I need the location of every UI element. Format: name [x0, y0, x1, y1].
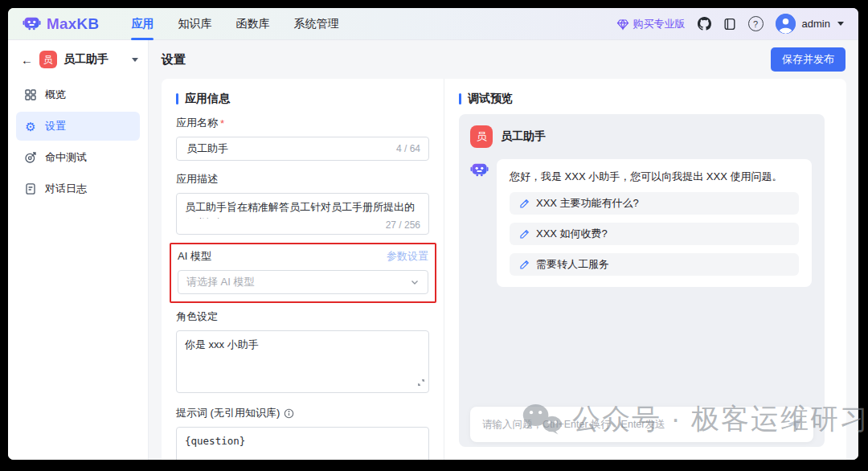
- chat-input-bar: [470, 407, 813, 442]
- sidebar-item-label: 设置: [45, 119, 66, 133]
- required-mark: *: [220, 117, 224, 129]
- tab-knowledge-base[interactable]: 知识库: [178, 8, 211, 40]
- bot-avatar-icon: [470, 161, 489, 179]
- suggested-question-1[interactable]: XXX 主要功能有什么?: [510, 192, 799, 215]
- page-title: 设置: [162, 52, 186, 68]
- app-info-panel: 应用信息 应用名称 * 4 / 64 应用描述 员工助手旨在精准解答员工针对员工…: [162, 79, 444, 460]
- username[interactable]: admin: [802, 18, 830, 30]
- section-title: 应用信息: [185, 92, 230, 106]
- tab-system-management[interactable]: 系统管理: [293, 8, 338, 40]
- suggested-question-3[interactable]: 需要转人工服务: [510, 253, 799, 276]
- app-desc-wrap: 员工助手旨在精准解答员工针对员工手册所提出的各类疑问。 27 / 256: [176, 193, 429, 235]
- back-arrow-icon[interactable]: ←: [21, 53, 33, 67]
- main-header: 设置 保存并发布: [149, 40, 858, 79]
- sidebar-item-hit-test[interactable]: 命中测试: [16, 143, 140, 172]
- app-selector[interactable]: ← 员 员工助手: [8, 40, 148, 77]
- suggested-question-2[interactable]: XXX 如何收费?: [510, 223, 799, 245]
- chat-header: 员 员工助手: [470, 125, 813, 148]
- ai-model-row: AI 模型 参数设置: [178, 249, 428, 264]
- maxkb-robot-icon: [23, 14, 41, 33]
- role-wrap: 你是 xxx 小助手: [176, 330, 429, 393]
- gear-icon: ⚙: [24, 120, 37, 133]
- section-header-debug: 调试预览: [459, 92, 832, 106]
- pencil-icon: [519, 229, 530, 240]
- chevron-down-icon: [410, 277, 420, 287]
- navbar-right: 购买专业版 ?: [616, 14, 844, 34]
- target-icon: [24, 151, 37, 164]
- section-bar: [459, 93, 461, 104]
- app-badge: 员: [39, 51, 57, 68]
- main-tabs: 应用 知识库 函数库 系统管理: [131, 8, 338, 40]
- sidebar-item-label: 命中测试: [45, 150, 87, 165]
- sidebar-item-chat-logs[interactable]: 对话日志: [16, 174, 140, 203]
- app-desc-textarea[interactable]: 员工助手旨在精准解答员工针对员工手册所提出的各类疑问。: [185, 199, 420, 219]
- ai-model-label: AI 模型: [178, 249, 211, 264]
- sidebar-item-overview[interactable]: 概览: [16, 80, 140, 109]
- chevron-down-icon: [132, 58, 138, 62]
- role-textarea[interactable]: 你是 xxx 小助手: [185, 337, 420, 382]
- prompt-label: 提示词 (无引用知识库): [176, 406, 429, 420]
- app-desc-label: 应用描述: [176, 172, 429, 186]
- content-card: 应用信息 应用名称 * 4 / 64 应用描述 员工助手旨在精准解答员工针对员工…: [162, 79, 846, 460]
- sidebar-item-settings[interactable]: ⚙ 设置: [16, 112, 140, 141]
- chat-input[interactable]: [481, 418, 787, 431]
- brand-name: MaxKB: [47, 15, 99, 33]
- chevron-down-icon: [837, 22, 844, 26]
- github-icon[interactable]: [698, 17, 711, 31]
- sidebar: ← 员 员工助手 概览 ⚙ 设置: [8, 40, 149, 460]
- pencil-icon: [519, 199, 530, 209]
- user-avatar[interactable]: [776, 14, 796, 34]
- ai-model-select[interactable]: 请选择 AI 模型: [178, 270, 428, 294]
- save-publish-button[interactable]: 保存并发布: [771, 47, 845, 72]
- section-bar: [176, 93, 178, 104]
- app-badge: 员: [470, 125, 493, 148]
- char-counter: 4 / 64: [396, 143, 420, 154]
- screenshot-frame: MaxKB 应用 知识库 函数库 系统管理 购买专业版: [0, 0, 868, 471]
- info-icon[interactable]: [284, 408, 294, 419]
- role-label: 角色设定: [176, 309, 429, 324]
- question-text: 需要转人工服务: [536, 257, 609, 272]
- app-name-label: 应用名称 *: [176, 116, 429, 130]
- grid-icon: [24, 88, 37, 101]
- help-icon[interactable]: ?: [748, 16, 764, 31]
- pencil-icon: [519, 260, 530, 270]
- welcome-message: 您好，我是 XXX 小助手，您可以向我提出 XXX 使用问题。: [510, 170, 799, 184]
- sidebar-menu: 概览 ⚙ 设置 命中测试: [8, 77, 148, 209]
- app-name-input[interactable]: [185, 142, 396, 156]
- log-icon: [24, 182, 37, 195]
- docs-icon[interactable]: [723, 18, 736, 31]
- main-area: 设置 保存并发布 应用信息 应用名称 * 4 / 64: [149, 40, 858, 460]
- send-icon[interactable]: [787, 416, 803, 432]
- maxkb-logo[interactable]: MaxKB: [23, 14, 99, 33]
- sidebar-item-label: 概览: [45, 88, 66, 102]
- select-placeholder: 请选择 AI 模型: [186, 275, 410, 289]
- chat-app-name: 员工助手: [501, 129, 546, 144]
- tab-apps[interactable]: 应用: [131, 8, 154, 40]
- bot-message-row: 您好，我是 XXX 小助手，您可以向我提出 XXX 使用问题。 XXX 主要功能…: [470, 159, 813, 287]
- chat-preview-card: 员 员工助手: [459, 114, 825, 447]
- params-settings-link[interactable]: 参数设置: [387, 249, 428, 264]
- question-text: XXX 主要功能有什么?: [536, 196, 639, 211]
- app-window: MaxKB 应用 知识库 函数库 系统管理 购买专业版: [8, 8, 858, 460]
- buy-pro-link[interactable]: 购买专业版: [616, 17, 686, 31]
- diamond-icon: [616, 18, 629, 31]
- resize-handle-icon[interactable]: [417, 375, 425, 390]
- annotation-highlight-box: AI 模型 参数设置 请选择 AI 模型: [170, 243, 436, 303]
- label-text: 提示词 (无引用知识库): [176, 406, 280, 420]
- sidebar-item-label: 对话日志: [45, 182, 87, 196]
- top-navbar: MaxKB 应用 知识库 函数库 系统管理 购买专业版: [8, 8, 858, 40]
- section-header-app-info: 应用信息: [176, 92, 429, 106]
- buy-pro-label: 购买专业版: [633, 17, 686, 31]
- prompt-textarea[interactable]: {question}: [185, 433, 420, 460]
- question-text: XXX 如何收费?: [536, 227, 608, 241]
- tab-function-lib[interactable]: 函数库: [235, 8, 269, 40]
- prompt-wrap: {question}: [176, 427, 429, 460]
- app-name-input-wrap: 4 / 64: [176, 137, 429, 161]
- app-name: 员工助手: [63, 52, 108, 67]
- bot-message-card: 您好，我是 XXX 小助手，您可以向我提出 XXX 使用问题。 XXX 主要功能…: [497, 159, 812, 287]
- char-counter: 27 / 256: [386, 219, 420, 231]
- label-text: 应用名称: [176, 116, 218, 130]
- section-title: 调试预览: [468, 92, 513, 106]
- debug-preview-panel: 调试预览 员 员工助手: [444, 79, 846, 460]
